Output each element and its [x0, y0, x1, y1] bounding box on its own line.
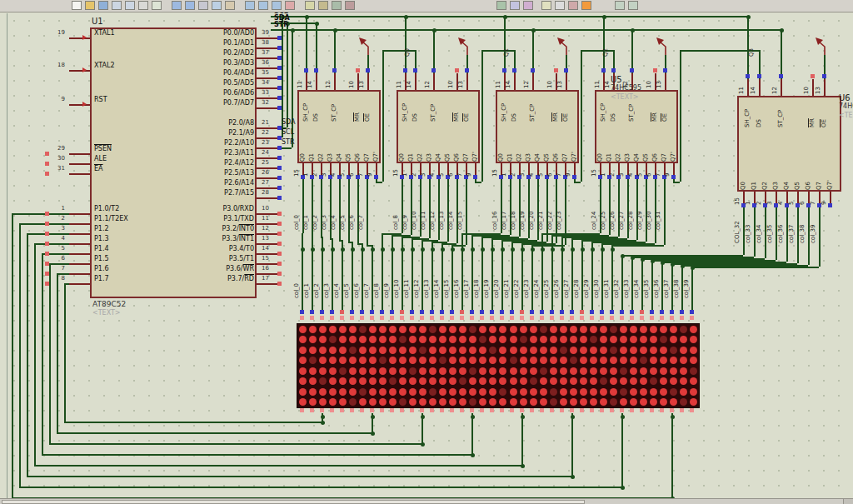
net-label: col_2 [314, 260, 322, 298]
export-section-icon[interactable] [125, 1, 135, 10]
matrix-pin-indicator [570, 316, 574, 320]
matrix-dot [439, 347, 446, 354]
design-explorer-icon[interactable] [541, 1, 551, 10]
matrix-dot [339, 347, 347, 354]
cut-icon[interactable] [198, 1, 208, 10]
matrix-dot [550, 377, 557, 385]
u6-value-label: 74HC595 [839, 103, 853, 111]
matrix-dot [409, 357, 417, 364]
search-and-tag-icon[interactable] [510, 1, 520, 10]
matrix-dot [379, 326, 387, 333]
open-folder-icon[interactable] [85, 1, 95, 10]
mark-output-area-icon[interactable] [152, 1, 162, 10]
pin-name: Q0 [498, 148, 506, 162]
wire-segment [664, 179, 666, 245]
pin-name: ST_CP [431, 93, 438, 122]
matrix-dot [600, 377, 607, 385]
wire-segment [316, 22, 317, 73]
matrix-dot [319, 347, 327, 354]
make-device-icon[interactable] [318, 1, 328, 10]
matrix-dot [680, 388, 687, 396]
matrix-dot [299, 377, 307, 385]
dot-matrix-display[interactable] [297, 323, 700, 408]
matrix-dot [359, 398, 367, 406]
pick-parts-icon[interactable] [305, 1, 315, 10]
zoom-in-icon[interactable] [615, 1, 625, 10]
matrix-dot [630, 347, 637, 354]
redo-icon[interactable] [185, 1, 195, 10]
save-file-icon[interactable] [98, 1, 108, 10]
pin-name: DS [611, 93, 618, 122]
remove-sheet-icon[interactable] [568, 1, 578, 10]
junction-dot [371, 432, 375, 436]
block-copy-icon[interactable] [245, 1, 255, 10]
matrix-dot [530, 377, 537, 385]
matrix-dot [530, 336, 537, 343]
junction-dot [501, 247, 505, 252]
net-label: col_15 [444, 260, 451, 298]
net-label: col_35 [767, 208, 775, 243]
wire-segment [611, 245, 613, 310]
pin-number: 1 [746, 193, 753, 205]
pin-state-indicator [600, 310, 604, 314]
matrix-dot [610, 367, 617, 375]
pin-state-indicator [455, 68, 459, 72]
zoom-out-icon[interactable] [628, 1, 638, 10]
junction-dot [511, 247, 515, 252]
import-section-icon[interactable] [112, 1, 122, 10]
pin-name: P0.0/AD0 [162, 30, 254, 37]
pin-number: 7 [50, 266, 65, 272]
pin-name: P3.6/WR [162, 266, 254, 273]
pin-name: P0.4/AD4 [162, 70, 254, 77]
matrix-dot [640, 388, 647, 396]
zoom-to-area-icon[interactable] [581, 1, 591, 10]
pin-stub [257, 107, 279, 109]
pin-name: SH_CP [303, 93, 311, 122]
junction-dot [391, 247, 395, 252]
schematic-canvas[interactable]: U1 AT89C52 <TEXT> SCL SDA STR SDA SCL ST… [0, 0, 853, 504]
matrix-dot [650, 326, 657, 333]
pin-stub [69, 37, 90, 39]
packaging-tool-icon[interactable] [332, 1, 342, 10]
matrix-dot [660, 367, 667, 375]
matrix-dot [449, 367, 456, 375]
paste-icon[interactable] [225, 1, 235, 10]
block-move-icon[interactable] [258, 1, 268, 10]
copy-icon[interactable] [212, 1, 222, 10]
matrix-dot [620, 367, 627, 375]
pin-state-indicator [330, 310, 334, 314]
scrollbar-thumb[interactable] [2, 500, 585, 504]
block-delete-icon[interactable] [285, 1, 295, 10]
wire-segment [451, 245, 453, 310]
wire-autorouter-icon[interactable] [496, 1, 506, 10]
property-assignment-icon[interactable] [523, 1, 533, 10]
matrix-pin-indicator [670, 316, 674, 320]
decompose-icon[interactable] [345, 1, 355, 10]
matrix-pin-indicator [520, 316, 524, 320]
wire-segment [532, 29, 534, 73]
matrix-dot [339, 388, 347, 396]
pin-number: 2 [610, 165, 617, 177]
pin-name: Q3 [773, 177, 781, 190]
matrix-pin-indicator [390, 316, 394, 320]
matrix-dot [359, 377, 367, 385]
pin-number: 13 [359, 77, 367, 88]
block-rotate-icon[interactable] [272, 1, 282, 10]
horizontal-scrollbar[interactable] [0, 498, 853, 504]
matrix-dot [540, 336, 547, 343]
new-sheet-icon[interactable] [555, 1, 565, 10]
matrix-dot [319, 388, 327, 396]
pin-state-indicator [45, 172, 49, 176]
matrix-dot [640, 357, 647, 364]
print-icon[interactable] [138, 1, 148, 10]
new-file-icon[interactable] [72, 1, 82, 10]
matrix-dot [560, 347, 567, 354]
pin-number: 14 [307, 77, 315, 88]
matrix-dot [329, 367, 337, 375]
matrix-pin-indicator [550, 316, 554, 320]
matrix-dot [680, 377, 687, 385]
undo-icon[interactable] [172, 1, 182, 10]
matrix-dot [690, 326, 697, 333]
power-arrow-icon [457, 37, 472, 55]
matrix-dot [690, 377, 697, 385]
